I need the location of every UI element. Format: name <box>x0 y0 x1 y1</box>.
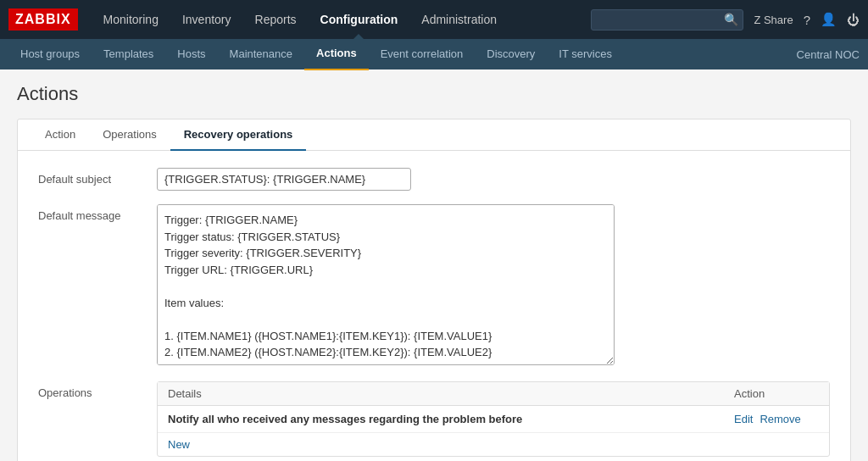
default-message-label: Default message <box>38 204 157 222</box>
tab-recovery-operations[interactable]: Recovery operations <box>170 119 307 151</box>
header-action: Action <box>734 387 819 400</box>
share-icon: Z <box>754 14 760 26</box>
form-body: Default subject Default message Trigger:… <box>18 151 850 461</box>
nav-configuration[interactable]: Configuration <box>309 0 410 39</box>
top-navigation: ZABBIX Monitoring Inventory Reports Conf… <box>0 0 868 39</box>
logo: ZABBIX <box>8 8 78 31</box>
user-icon[interactable]: 👤 <box>821 12 837 27</box>
operation-detail: Notify all who received any messages reg… <box>168 413 734 425</box>
default-message-row: Default message Trigger: {TRIGGER.NAME} … <box>38 204 830 368</box>
subnav-templates[interactable]: Templates <box>92 39 165 69</box>
remove-link[interactable]: Remove <box>760 413 800 425</box>
operations-table: Details Action Notify all who received a… <box>157 381 830 457</box>
default-message-textarea[interactable]: Trigger: {TRIGGER.NAME} Trigger status: … <box>157 204 615 365</box>
nav-monitoring[interactable]: Monitoring <box>92 0 170 39</box>
subnav-event-correlation[interactable]: Event correlation <box>369 39 476 69</box>
operations-section: Operations Details Action Notify all who… <box>38 381 830 457</box>
new-operation-link[interactable]: New <box>158 433 200 456</box>
new-link-wrapper: New <box>158 433 829 456</box>
search-icon[interactable]: 🔍 <box>724 13 738 26</box>
nav-administration[interactable]: Administration <box>409 0 509 39</box>
operations-table-header: Details Action <box>158 382 829 406</box>
help-icon[interactable]: ? <box>804 13 810 27</box>
edit-link[interactable]: Edit <box>734 413 753 425</box>
subnav-maintenance[interactable]: Maintenance <box>218 39 304 69</box>
sub-navigation: Host groups Templates Hosts Maintenance … <box>0 39 868 69</box>
table-row: Notify all who received any messages reg… <box>158 406 829 433</box>
default-subject-input[interactable] <box>157 168 411 191</box>
share-button[interactable]: Z Share <box>754 14 793 26</box>
share-label: Share <box>764 14 793 26</box>
header-details: Details <box>168 387 734 400</box>
main-card: Action Operations Recovery operations De… <box>17 119 851 461</box>
tab-operations[interactable]: Operations <box>89 119 170 151</box>
top-nav-links: Monitoring Inventory Reports Configurati… <box>92 0 592 39</box>
central-noc: Central NOC <box>797 48 860 61</box>
subnav-actions[interactable]: Actions <box>304 38 369 70</box>
default-subject-label: Default subject <box>38 168 157 186</box>
subnav-host-groups[interactable]: Host groups <box>8 39 92 69</box>
default-subject-row: Default subject <box>38 168 830 191</box>
subnav-hosts[interactable]: Hosts <box>165 39 217 69</box>
page-title: Actions <box>17 83 851 105</box>
main-content: Actions Action Operations Recovery opera… <box>0 69 868 461</box>
operations-label: Operations <box>38 381 157 399</box>
default-subject-field <box>157 168 830 191</box>
card-tabs: Action Operations Recovery operations <box>18 119 850 151</box>
subnav-discovery[interactable]: Discovery <box>475 39 547 69</box>
default-message-field: Trigger: {TRIGGER.NAME} Trigger status: … <box>157 204 830 368</box>
subnav-it-services[interactable]: IT services <box>547 39 624 69</box>
tab-action[interactable]: Action <box>31 119 89 151</box>
search-wrapper: 🔍 <box>591 9 743 31</box>
top-nav-right: 🔍 Z Share ? 👤 ⏻ <box>591 9 860 31</box>
nav-inventory[interactable]: Inventory <box>170 0 243 39</box>
search-input[interactable] <box>591 9 743 31</box>
operation-actions: Edit Remove <box>734 413 819 425</box>
power-icon[interactable]: ⏻ <box>847 13 860 27</box>
nav-reports[interactable]: Reports <box>243 0 309 39</box>
